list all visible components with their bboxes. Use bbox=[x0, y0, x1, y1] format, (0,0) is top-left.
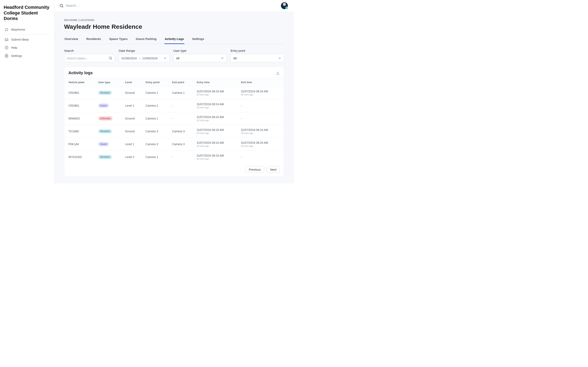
home-icon bbox=[4, 27, 9, 32]
column-header: Vehicle plate bbox=[64, 78, 95, 86]
search-icon bbox=[59, 3, 64, 8]
table-row[interactable]: CRD861GuestLevel 1Camera 2-31/07/2024 08… bbox=[64, 99, 284, 112]
svg-point-4 bbox=[109, 57, 112, 59]
sidebar-item-settings[interactable]: Settings bbox=[4, 52, 51, 60]
sidebar-item-label: Help bbox=[11, 46, 17, 49]
topbar bbox=[54, 0, 294, 11]
cell-exit-time: - bbox=[238, 112, 284, 125]
download-icon[interactable] bbox=[276, 71, 280, 75]
cell-entry-point: Camera 3 bbox=[143, 138, 169, 151]
tab-guest-parking[interactable]: Guest Parking bbox=[135, 35, 157, 44]
column-header: User type bbox=[95, 78, 122, 86]
filter-label: Search bbox=[64, 49, 115, 52]
tab-activity-logs[interactable]: Activity Logs bbox=[164, 35, 184, 44]
inbox-icon bbox=[4, 38, 9, 42]
cell-exit-time: 31/07/2024 08:24 AM28 mins ago bbox=[238, 86, 284, 99]
user-type-badge: Guest bbox=[98, 104, 109, 108]
cell-plate: CRD861 bbox=[64, 86, 95, 99]
table-row[interactable]: TD198DResidentGroundCamera 3Camera 331/0… bbox=[64, 125, 284, 138]
chevron-down-icon bbox=[163, 56, 167, 60]
entry-point-select[interactable]: All bbox=[231, 54, 284, 62]
user-type-badge: Guest bbox=[98, 142, 109, 146]
column-header: Level bbox=[122, 78, 143, 86]
sidebar-item-label: Submit Ideas bbox=[11, 38, 29, 41]
filter-user-type: User type All bbox=[173, 49, 227, 62]
table-row[interactable]: CRD861ResidentGroundCamera 1Camera 131/0… bbox=[64, 86, 284, 99]
table-row[interactable]: WY610SGResidentLevel 2Camera 1-31/07/202… bbox=[64, 151, 284, 164]
column-header: Exit time bbox=[238, 78, 284, 86]
cell-level: Level 1 bbox=[122, 99, 143, 112]
cell-entry-point: Camera 2 bbox=[143, 99, 169, 112]
cell-exit-point: Camera 3 bbox=[169, 138, 194, 151]
filter-label: Date Range bbox=[119, 49, 169, 52]
svg-point-2 bbox=[6, 55, 7, 56]
column-header: Entry time bbox=[194, 78, 238, 86]
cell-entry-time: 31/07/2024 08:24 AM28 mins ago bbox=[194, 125, 238, 138]
user-type-badge: Resident bbox=[98, 91, 112, 95]
cell-plate: TD198D bbox=[64, 125, 95, 138]
cell-entry-time: 31/07/2024 08:24 AM28 mins ago bbox=[194, 138, 238, 151]
divider bbox=[4, 34, 51, 35]
user-type-badge: Unknown bbox=[98, 117, 112, 120]
filter-date-range: Date Range 01/06/2024 → 12/06/2024 bbox=[119, 49, 169, 62]
cell-level: Ground bbox=[122, 112, 143, 125]
search-plates-input[interactable] bbox=[67, 57, 109, 60]
global-search[interactable] bbox=[59, 3, 127, 8]
cell-user-type: Guest bbox=[95, 138, 122, 151]
sidebar-item-help[interactable]: Help bbox=[4, 44, 51, 52]
activity-logs-card: Activity logs Vehicle plateUser typeLeve… bbox=[64, 67, 284, 177]
avatar[interactable] bbox=[281, 2, 288, 9]
user-type-select[interactable]: All bbox=[173, 54, 227, 62]
cell-user-type: Resident bbox=[95, 125, 122, 138]
tab-settings[interactable]: Settings bbox=[192, 35, 205, 44]
previous-button[interactable]: Previous bbox=[245, 166, 264, 173]
cell-exit-time: 31/07/2024 08:24 AM28 mins ago bbox=[238, 138, 284, 151]
cell-entry-time: 31/07/2024 08:24 AM28 mins ago bbox=[194, 112, 238, 125]
tab-residents[interactable]: Residents bbox=[86, 35, 102, 44]
cell-plate: CRD861 bbox=[64, 99, 95, 112]
date-range-value: 01/06/2024 → 12/06/2024 bbox=[121, 57, 157, 60]
cell-exit-time: - bbox=[238, 151, 284, 164]
page-title: Wayleadr Home Residence bbox=[64, 23, 284, 30]
cell-user-type: Unknown bbox=[95, 112, 122, 125]
cell-user-type: Resident bbox=[95, 86, 122, 99]
cell-level: Level 2 bbox=[122, 151, 143, 164]
date-range-control[interactable]: 01/06/2024 → 12/06/2024 bbox=[119, 54, 169, 62]
sidebar: Headford Community College Student Dorms… bbox=[0, 0, 54, 184]
card-title: Activity logs bbox=[68, 71, 93, 75]
table-row[interactable]: P0K1A9GuestLevel 1Camera 3Camera 331/07/… bbox=[64, 138, 284, 151]
filter-entry-point: Entry point All bbox=[231, 49, 284, 62]
user-type-badge: Resident bbox=[98, 155, 112, 159]
tab-space-types[interactable]: Space Types bbox=[109, 35, 128, 44]
next-button[interactable]: Next bbox=[267, 166, 280, 173]
cell-entry-point: Camera 1 bbox=[143, 86, 169, 99]
column-header: Exit point bbox=[169, 78, 194, 86]
search-input[interactable] bbox=[66, 4, 127, 8]
cell-entry-point: Camera 1 bbox=[143, 112, 169, 125]
main: WAYHOME | LOCATIONS Wayleadr Home Reside… bbox=[54, 0, 294, 184]
table-row[interactable]: 56WAD5UnknownGroundCamera 1-31/07/2024 0… bbox=[64, 112, 284, 125]
filter-label: Entry point bbox=[231, 49, 284, 52]
tab-overview[interactable]: Overview bbox=[64, 35, 79, 44]
cell-user-type: Guest bbox=[95, 99, 122, 112]
cell-exit-point: - bbox=[169, 112, 194, 125]
cell-plate: P0K1A9 bbox=[64, 138, 95, 151]
cell-exit-point: Camera 1 bbox=[169, 86, 194, 99]
cell-exit-time: 31/07/2024 08:24 AM28 mins ago bbox=[238, 125, 284, 138]
sidebar-item-label: WayHome bbox=[11, 28, 25, 31]
cell-entry-time: 31/07/2024 08:24 AM28 mins ago bbox=[194, 86, 238, 99]
chevron-down-icon bbox=[221, 56, 224, 60]
arrow-right-icon: → bbox=[138, 57, 141, 60]
sidebar-item-submit-ideas[interactable]: Submit Ideas bbox=[4, 35, 51, 44]
gear-icon bbox=[4, 54, 9, 58]
search-plates-control[interactable] bbox=[64, 54, 115, 62]
cell-entry-point: Camera 3 bbox=[143, 125, 169, 138]
filter-search: Search bbox=[64, 49, 115, 62]
content: WAYHOME | LOCATIONS Wayleadr Home Reside… bbox=[54, 11, 294, 184]
cell-plate: 56WAD5 bbox=[64, 112, 95, 125]
sidebar-item-wayhome[interactable]: WayHome bbox=[4, 25, 51, 34]
search-icon bbox=[109, 56, 112, 60]
cell-exit-point: - bbox=[169, 151, 194, 164]
activity-table: Vehicle plateUser typeLevelEntry pointEx… bbox=[64, 78, 284, 163]
cell-plate: WY610SG bbox=[64, 151, 95, 164]
